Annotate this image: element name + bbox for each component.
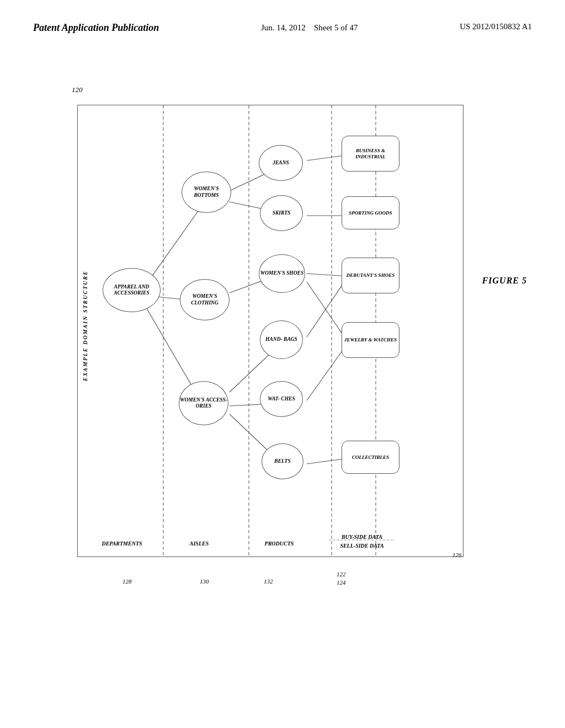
ref-132: 132 (264, 578, 273, 585)
node-jewelry-watches: JEWELBY & WATCHES (342, 322, 399, 358)
axis-label: EXAMPLE DOMAIN STRUCTURE (82, 243, 88, 409)
node-business-industrial: BUSINESS & INDUSTRIAL (342, 136, 399, 172)
node-watches: WAT- CHES (260, 381, 303, 417)
col-label-departments: DEPARTMENTS (92, 540, 152, 547)
node-jeans: JEANS (259, 145, 303, 181)
node-apparel: APPAREL AND ACCESSORIES (103, 268, 161, 312)
ref-120: 120 (72, 85, 83, 94)
publication-title: Patent Application Publication (33, 22, 159, 34)
patent-number: US 2012/0150832 A1 (460, 22, 532, 31)
svg-line-4 (144, 202, 205, 287)
header-center: Jun. 14, 2012 Sheet 5 of 47 (261, 22, 358, 34)
node-sporting-goods: SPORTING GOODS (342, 196, 399, 229)
node-womens-bottoms: WOMEN'S BOTTOMS (182, 172, 231, 213)
publication-date: Jun. 14, 2012 (261, 23, 306, 32)
node-womens-accessories: WOMEN'S ACCESS- ORIES (179, 381, 228, 425)
sheet-info: Sheet 5 of 47 (314, 23, 358, 32)
node-handbags: HAND- BAGS (260, 320, 303, 359)
diagram-area: 120 FIGURE 5 (44, 88, 497, 596)
page-header: Patent Application Publication Jun. 14, … (0, 0, 565, 34)
buysell-divider (329, 539, 395, 541)
node-womens-shoes: WOMEN'S SHOES (259, 254, 305, 293)
col-label-aisles: AISLES (169, 540, 230, 547)
main-diagram-box: EXAMPLE DOMAIN STRUCTURE APPAREL AND ACC… (77, 105, 463, 557)
node-debutants-shoes: DEBUTANT'S SHOES (342, 258, 399, 293)
figure-label: FIGURE 5 (482, 276, 527, 286)
node-collectibles: COLLECTIBLES (342, 441, 399, 474)
ref-128: 128 (122, 578, 132, 585)
node-womens-clothing: WOMEN'S CLOTHING (180, 279, 230, 320)
ref-130: 130 (200, 578, 209, 585)
node-skirts: SKIRTS (260, 195, 303, 231)
col-label-sellside: SELL-SIDE DATA (329, 543, 395, 549)
ref-126: 126 (452, 552, 462, 558)
ref-122: 122 (337, 571, 346, 577)
ref-124: 124 (337, 579, 346, 586)
node-belts: BELTS (262, 443, 303, 479)
col-label-products: PRODUCTS (252, 540, 307, 547)
